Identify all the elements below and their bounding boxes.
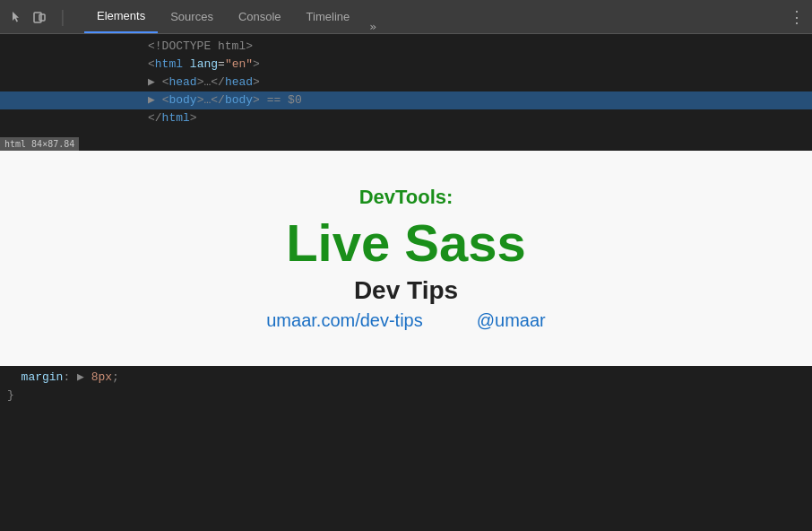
overlay-title: Live Sass (286, 214, 526, 272)
tab-console[interactable]: Console (226, 0, 294, 33)
overlay-card: DevTools: Live Sass Dev Tips umaar.com/d… (0, 151, 812, 366)
tab-timeline[interactable]: Timeline (294, 0, 363, 33)
dom-line-html: <html lang="en"> (0, 56, 812, 74)
element-badge: html 84×87.84 (0, 137, 79, 151)
dom-line-doctype: <!DOCTYPE html> (0, 38, 812, 56)
device-icon[interactable] (30, 8, 48, 26)
dom-line-html-close: </html> (0, 109, 812, 127)
css-line-2: } (0, 387, 812, 405)
devtools-tab-list: Elements Sources Console Timeline » (84, 0, 382, 33)
overlay-subtitle: DevTools: (359, 186, 454, 209)
divider-icon: | (54, 8, 72, 26)
devtools-menu-button[interactable]: ⋮ (789, 7, 805, 26)
tab-more[interactable]: » (364, 20, 382, 33)
cursor-icon[interactable] (7, 8, 25, 26)
overlay-links: umaar.com/dev-tips @umaar (266, 310, 546, 331)
dom-line-head[interactable]: ▶ <head>…</head> (0, 74, 812, 91)
overlay-link-twitter[interactable]: @umaar (477, 310, 546, 331)
dom-line-body[interactable]: ▶ <body>…</body> == $0 (0, 91, 812, 109)
css-line-1: margin: ▶ 8px; (0, 369, 812, 387)
tab-sources[interactable]: Sources (158, 0, 226, 33)
overlay-link-site[interactable]: umaar.com/dev-tips (266, 310, 423, 331)
overlay-section: Dev Tips (354, 276, 458, 305)
tab-elements[interactable]: Elements (84, 0, 158, 33)
css-panel: margin: ▶ 8px; } (0, 365, 812, 531)
devtools-icon-group: | (7, 8, 72, 26)
dom-panel: <!DOCTYPE html> <html lang="en"> ▶ <head… (0, 34, 812, 151)
devtools-toolbar: | Elements Sources Console Timeline » ⋮ (0, 0, 812, 34)
svg-rect-1 (39, 14, 45, 21)
